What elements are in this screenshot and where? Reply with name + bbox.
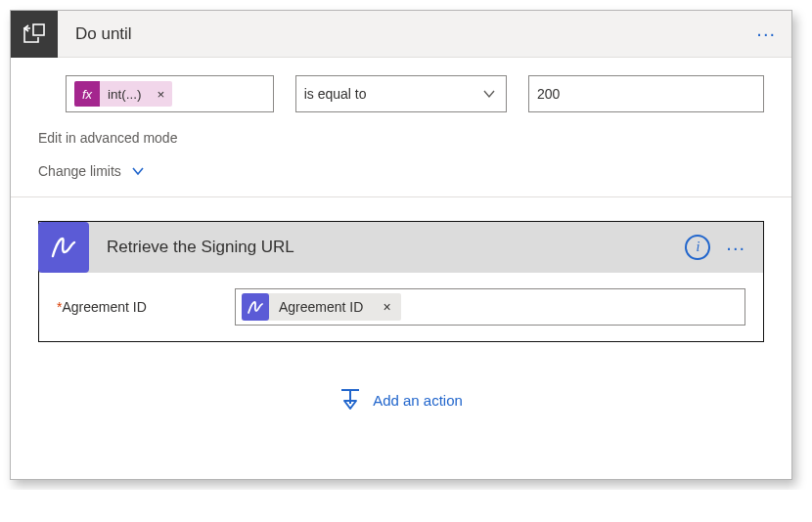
fx-icon: fx bbox=[74, 81, 100, 107]
do-until-card: Do until ··· fx int(...) × is equal to 2… bbox=[10, 10, 792, 480]
adobe-sign-icon bbox=[38, 222, 89, 273]
loop-icon bbox=[11, 11, 58, 58]
condition-row: fx int(...) × is equal to 200 bbox=[38, 75, 764, 112]
action-body: *Agreement ID Agreement ID × bbox=[39, 273, 763, 341]
svg-rect-0 bbox=[33, 24, 44, 35]
action-card: Retrieve the Signing URL i ··· *Agreemen… bbox=[38, 221, 764, 342]
condition-value: 200 bbox=[537, 86, 560, 102]
operator-value: is equal to bbox=[304, 86, 367, 102]
add-action-icon bbox=[339, 387, 361, 413]
field-label: *Agreement ID bbox=[57, 299, 223, 315]
more-menu-icon[interactable]: ··· bbox=[756, 22, 791, 45]
change-limits-toggle[interactable]: Change limits bbox=[38, 163, 764, 179]
action-header: Retrieve the Signing URL i ··· bbox=[39, 222, 763, 273]
card-body: fx int(...) × is equal to 200 Edit in ad… bbox=[11, 58, 791, 479]
condition-left-input[interactable]: fx int(...) × bbox=[66, 75, 274, 112]
condition-right-input[interactable]: 200 bbox=[528, 75, 764, 112]
change-limits-label: Change limits bbox=[38, 163, 121, 179]
remove-token-icon[interactable]: × bbox=[373, 299, 400, 315]
info-icon[interactable]: i bbox=[685, 235, 710, 260]
token-label: Agreement ID bbox=[269, 299, 373, 315]
card-header: Do until ··· bbox=[11, 11, 791, 58]
action-more-menu-icon[interactable]: ··· bbox=[726, 237, 749, 259]
add-action-button[interactable]: Add an action bbox=[38, 342, 764, 454]
remove-token-icon[interactable]: × bbox=[150, 87, 173, 102]
field-label-text: Agreement ID bbox=[62, 299, 146, 315]
chevron-down-icon bbox=[482, 87, 496, 101]
expression-token[interactable]: fx int(...) × bbox=[74, 81, 172, 107]
agreement-id-input[interactable]: Agreement ID × bbox=[235, 288, 745, 326]
divider bbox=[11, 196, 791, 197]
condition-operator-select[interactable]: is equal to bbox=[295, 75, 507, 112]
expression-label: int(...) bbox=[100, 87, 150, 102]
dynamic-token[interactable]: Agreement ID × bbox=[242, 293, 401, 321]
card-title: Do until bbox=[58, 24, 756, 44]
action-title: Retrieve the Signing URL bbox=[89, 238, 685, 257]
add-action-label: Add an action bbox=[373, 392, 463, 409]
chevron-down-icon bbox=[131, 164, 145, 178]
edit-advanced-link[interactable]: Edit in advanced mode bbox=[38, 130, 764, 146]
adobe-sign-icon bbox=[242, 293, 269, 321]
